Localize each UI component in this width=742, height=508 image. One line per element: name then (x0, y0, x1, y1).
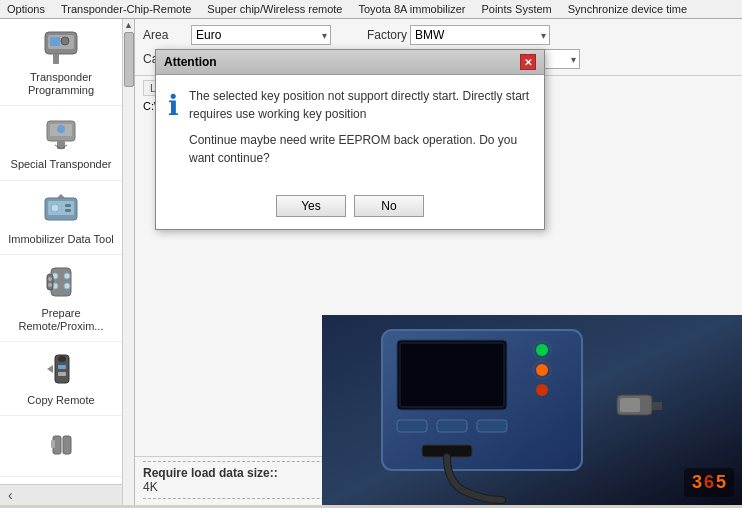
svg-rect-4 (53, 54, 59, 64)
sidebar-item-prepare[interactable]: Prepare Remote/Proxim... (0, 255, 122, 342)
svg-point-11 (51, 204, 59, 212)
watermark-5: 5 (716, 472, 726, 493)
svg-rect-32 (400, 343, 504, 407)
photo-area: 3 6 5 (322, 315, 742, 505)
dialog-body: ℹ The selected key position not support … (156, 75, 544, 187)
watermark: 3 6 5 (684, 468, 734, 497)
dialog-buttons: Yes No (156, 187, 544, 229)
svg-rect-12 (65, 204, 71, 207)
svg-rect-28 (51, 440, 55, 448)
dialog-message-line2: Continue maybe need write EEPROM back op… (189, 131, 532, 167)
menu-options[interactable]: Options (4, 2, 48, 16)
dialog-message: The selected key position not support di… (189, 87, 532, 175)
svg-rect-27 (63, 436, 71, 454)
menu-transponder[interactable]: Transponder-Chip-Remote (58, 2, 194, 16)
copy-remote-icon (37, 350, 85, 390)
svg-rect-13 (65, 209, 71, 212)
sidebar-scrollbar[interactable]: ▲ (122, 19, 134, 505)
dialog-yes-button[interactable]: Yes (276, 195, 346, 217)
sidebar-label-special: Special Transponder (11, 158, 112, 171)
svg-rect-19 (47, 274, 53, 290)
sidebar: ▲ Transponder Programming (0, 19, 135, 505)
dialog-close-button[interactable]: ✕ (520, 54, 536, 70)
sidebar-left-arrow[interactable]: ‹ (8, 487, 13, 503)
dialog-message-line1: The selected key position not support di… (189, 87, 532, 123)
svg-point-16 (64, 273, 70, 279)
svg-rect-44 (652, 402, 662, 410)
factory-select-wrapper: BMW (410, 25, 550, 45)
svg-rect-43 (620, 398, 640, 412)
scroll-thumb[interactable] (124, 32, 134, 87)
special-transponder-icon (37, 114, 85, 154)
svg-point-20 (48, 277, 52, 281)
svg-rect-14 (51, 268, 71, 296)
area-label: Area (143, 28, 183, 42)
svg-point-18 (64, 283, 70, 289)
watermark-6: 6 (704, 472, 714, 493)
photo-placeholder: 3 6 5 (322, 315, 742, 505)
area-select-wrapper: Euro (191, 25, 331, 45)
dialog-titlebar: Attention ✕ (156, 50, 544, 75)
svg-point-3 (61, 37, 69, 45)
sidebar-item-extra[interactable] (0, 416, 122, 477)
form-row-area: Area Euro Factory BMW (143, 25, 734, 45)
menu-sync[interactable]: Synchronize device time (565, 2, 690, 16)
sidebar-label-transponder: Transponder Programming (4, 71, 118, 97)
prepare-remote-icon (37, 263, 85, 303)
sidebar-scroll: Transponder Programming Special Transpon… (0, 19, 134, 484)
sidebar-item-transponder[interactable]: Transponder Programming (0, 19, 122, 106)
scroll-up-arrow[interactable]: ▲ (123, 19, 134, 31)
menu-toyota[interactable]: Toyota 8A immobilizer (355, 2, 468, 16)
svg-rect-38 (397, 420, 427, 432)
content-area: Area Euro Factory BMW Car (135, 19, 742, 505)
svg-point-21 (48, 283, 52, 287)
sidebar-label-immobilizer: Immobilizer Data Tool (8, 233, 114, 246)
menu-points[interactable]: Points System (478, 2, 554, 16)
svg-rect-40 (477, 420, 507, 432)
factory-select[interactable]: BMW (410, 25, 550, 45)
svg-rect-24 (58, 365, 66, 369)
svg-point-37 (536, 384, 548, 396)
info-icon: ℹ (168, 89, 179, 175)
sidebar-label-copy: Copy Remote (27, 394, 94, 407)
transponder-icon (37, 27, 85, 67)
sidebar-item-copy[interactable]: Copy Remote (0, 342, 122, 416)
svg-point-35 (536, 364, 548, 376)
device-illustration (322, 315, 742, 505)
area-select[interactable]: Euro (191, 25, 331, 45)
menu-superchip[interactable]: Super chip/Wireless remote (204, 2, 345, 16)
svg-rect-39 (437, 420, 467, 432)
svg-rect-2 (50, 37, 60, 46)
watermark-3: 3 (692, 472, 702, 493)
menubar: Options Transponder-Chip-Remote Super ch… (0, 0, 742, 19)
immobilizer-icon (37, 189, 85, 229)
svg-rect-8 (57, 141, 65, 149)
svg-point-23 (58, 356, 66, 362)
attention-dialog: Attention ✕ ℹ The selected key position … (155, 49, 545, 230)
factory-label: Factory (367, 28, 402, 42)
sidebar-item-immobilizer[interactable]: Immobilizer Data Tool (0, 181, 122, 255)
svg-rect-25 (58, 372, 66, 376)
extra-icon (37, 424, 85, 464)
main-layout: ▲ Transponder Programming (0, 19, 742, 505)
svg-point-7 (57, 125, 65, 133)
sidebar-nav-arrows: ‹ › (0, 484, 134, 505)
sidebar-label-prepare: Prepare Remote/Proxim... (4, 307, 118, 333)
watermark-numbers: 3 6 5 (692, 472, 726, 493)
dialog-no-button[interactable]: No (354, 195, 424, 217)
dialog-title: Attention (164, 55, 217, 69)
svg-point-33 (536, 344, 548, 356)
sidebar-item-special[interactable]: Special Transponder (0, 106, 122, 180)
